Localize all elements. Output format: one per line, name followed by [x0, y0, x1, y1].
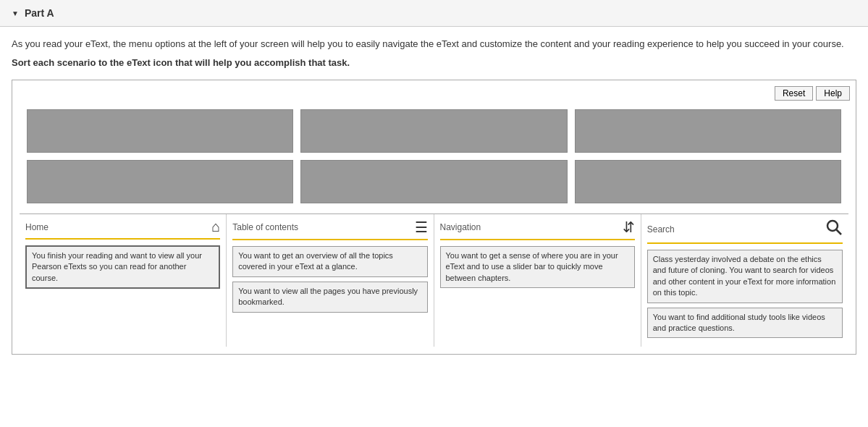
navigation-column-title: Navigation	[440, 222, 481, 232]
home-column-title: Home	[25, 222, 49, 232]
drop-zone-5[interactable]	[300, 160, 567, 203]
home-column: Home ⌂ You finish your reading and want …	[20, 214, 227, 347]
drop-zones-row1	[20, 109, 848, 153]
drop-zones-row2	[20, 160, 848, 203]
scenario-card-toc-1[interactable]: You want to get an overview of all the t…	[232, 246, 427, 277]
instructions: As you read your eText, the menu options…	[0, 27, 868, 80]
svg-line-1	[837, 230, 842, 235]
toc-column-header: Table of contents ☰	[232, 219, 427, 240]
part-header: ▼ Part A	[0, 0, 868, 27]
toc-icon: ☰	[415, 219, 428, 236]
drop-zone-4[interactable]	[27, 160, 293, 203]
navigation-column-header: Navigation ⇵	[440, 219, 635, 240]
reset-button[interactable]: Reset	[775, 86, 813, 101]
collapse-arrow[interactable]: ▼	[12, 9, 19, 17]
search-column-title: Search	[647, 224, 675, 234]
drag-drop-area: Reset Help Home ⌂ You finish your readin…	[12, 80, 856, 355]
scenario-card-search-1[interactable]: Class yesterday involved a debate on the…	[647, 250, 843, 303]
instruction-line1: As you read your eText, the menu options…	[12, 37, 856, 51]
icon-columns: Home ⌂ You finish your reading and want …	[20, 214, 848, 347]
reset-help-buttons: Reset Help	[775, 86, 850, 101]
navigation-column: Navigation ⇵ You want to get a sense of …	[434, 214, 641, 347]
scenario-card-toc-2[interactable]: You want to view all the pages you have …	[232, 282, 427, 313]
help-button[interactable]: Help	[816, 86, 850, 101]
part-title: Part A	[25, 7, 54, 19]
home-icon: ⌂	[211, 219, 220, 235]
svg-point-0	[827, 221, 838, 231]
drop-zone-2[interactable]	[300, 109, 567, 153]
scenario-card-home-1[interactable]: You finish your reading and want to view…	[25, 245, 220, 289]
scenario-card-nav-1[interactable]: You want to get a sense of where you are…	[440, 246, 635, 288]
scenario-card-search-2[interactable]: You want to find additional study tools …	[647, 308, 843, 339]
navigation-icon: ⇵	[623, 219, 635, 236]
instruction-line2: Sort each scenario to the eText icon tha…	[12, 56, 856, 70]
search-icon	[825, 219, 843, 240]
drop-zone-3[interactable]	[575, 109, 841, 153]
drop-zone-1[interactable]	[27, 109, 293, 153]
home-column-header: Home ⌂	[25, 219, 220, 240]
drop-zone-6[interactable]	[575, 160, 841, 203]
search-column: Search Class yesterday involved a debate…	[641, 214, 848, 347]
toc-column: Table of contents ☰ You want to get an o…	[227, 214, 434, 347]
toc-column-title: Table of contents	[232, 222, 298, 232]
search-column-header: Search	[647, 219, 843, 244]
